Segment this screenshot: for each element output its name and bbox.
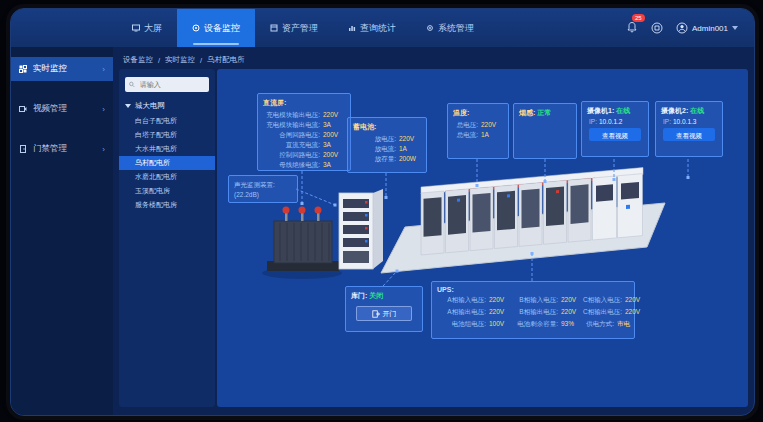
nav-item-label: 资产管理 — [282, 22, 318, 35]
tree-node[interactable]: 服务楼配电房 — [119, 198, 215, 212]
camera1-panel: 摄像机1: 在线 IP:10.0.1.2 查看视频 — [581, 101, 649, 157]
breadcrumb-part[interactable]: 乌村配电所 — [207, 55, 245, 65]
row-label: 电池剩余容量: — [511, 319, 558, 329]
camera2-panel: 摄像机2: 在线 IP:10.0.1.3 查看视频 — [655, 101, 723, 157]
row-value: 93% — [561, 319, 583, 329]
row-value: 200W — [399, 154, 421, 164]
tree-node[interactable]: 大水井配电所 — [119, 142, 215, 156]
breadcrumb-separator: / — [200, 56, 202, 65]
row-label: C相输出电压: — [583, 307, 622, 317]
battery-panel: 蓄电池: 放电压: 220V 放电流: 1A 放存量: 200W — [347, 117, 427, 173]
data-row: 充电模块输出电流: 3A — [263, 120, 345, 130]
gear-icon — [426, 24, 434, 32]
sidebar-item-access-manage[interactable]: 门禁管理 › — [11, 137, 113, 161]
view-video-button[interactable]: 查看视频 — [663, 128, 715, 141]
camera1-status: 在线 — [616, 107, 630, 114]
open-door-button[interactable]: 开门 — [356, 306, 412, 321]
row-value: 220V — [489, 295, 511, 305]
avatar-icon — [676, 22, 688, 34]
sidebar-item-video-manage[interactable]: 视频管理 › — [11, 97, 113, 121]
chevron-right-icon: › — [102, 145, 105, 154]
bell-icon — [626, 21, 638, 33]
smoke-status: 正常 — [537, 109, 551, 116]
search-input[interactable] — [138, 80, 205, 89]
tree-node[interactable]: 乌村配电所 — [119, 156, 215, 170]
row-label: 母线绝缘电流: — [263, 160, 320, 170]
breadcrumb-separator: / — [158, 56, 160, 65]
door-status: 关闭 — [369, 292, 383, 299]
tree-node[interactable]: 水磨北配电所 — [119, 170, 215, 184]
row-label: B相输入电压: — [511, 295, 558, 305]
sidebar-item-label: 实时监控 — [33, 63, 67, 75]
nav-item-system[interactable]: 系统管理 — [411, 9, 489, 47]
panel-title: 直流屏: — [263, 98, 345, 108]
fullscreen-icon[interactable] — [651, 22, 663, 34]
row-value: 220V — [323, 110, 345, 120]
main-content: 直流屏: 充电模块输出电压: 220V 充电模块输出电流: 3A 合闸回路电压: — [217, 69, 748, 407]
row-label: 直流充电流: — [263, 140, 320, 150]
breadcrumb-part[interactable]: 实时监控 — [165, 55, 195, 65]
tree-node[interactable]: 白台子配电所 — [119, 114, 215, 128]
row-label: 充电模块输出电压: — [263, 110, 320, 120]
sidebar-item-realtime-monitor[interactable]: 实时监控 › — [11, 57, 113, 81]
data-row: 充电模块输出电压: 220V — [263, 110, 345, 120]
dc-screen-panel: 直流屏: 充电模块输出电压: 220V 充电模块输出电流: 3A 合闸回路电压: — [257, 93, 351, 171]
data-row: 直流充电流: 3A — [263, 140, 345, 150]
data-row: 合闸回路电压: 200V — [263, 130, 345, 140]
smoke-label: 烟感: — [519, 109, 535, 116]
view-video-button[interactable]: 查看视频 — [589, 128, 641, 141]
user-menu[interactable]: Admin001 — [676, 22, 738, 34]
chevron-right-icon: › — [102, 65, 105, 74]
notifications-button[interactable]: 25 — [626, 19, 638, 37]
nav-item-dashboard[interactable]: 大屏 — [117, 9, 177, 47]
row-label: 合闸回路电压: — [263, 130, 320, 140]
panel-title: 蓄电池: — [353, 122, 421, 132]
room-3d-illustration — [247, 159, 727, 389]
data-row: B相输出电压: 220V — [511, 307, 583, 317]
video-icon — [19, 105, 27, 113]
breadcrumb-part[interactable]: 设备监控 — [123, 55, 153, 65]
tree-node[interactable]: 玉溪配电房 — [119, 184, 215, 198]
camera1-ip: IP:10.0.1.2 — [589, 118, 643, 125]
transformer — [262, 207, 342, 280]
panel-title: 烟感: 正常 — [519, 108, 571, 118]
caret-down-icon — [125, 104, 131, 108]
data-row: 母线绝缘电流: 3A — [263, 160, 345, 170]
chevron-right-icon: › — [102, 105, 105, 114]
data-row: 放电压: 220V — [353, 134, 421, 144]
battery-rows: 放电压: 220V 放电流: 1A 放存量: 200W — [353, 134, 421, 164]
nav-item-statistics[interactable]: 查询统计 — [333, 9, 411, 47]
smoke-sensor-panel: 烟感: 正常 — [513, 103, 577, 159]
nav-item-label: 查询统计 — [360, 22, 396, 35]
data-row: 放电流: 1A — [353, 144, 421, 154]
row-label: 电池组电压: — [437, 319, 486, 329]
notification-badge: 25 — [632, 14, 645, 22]
tree-search[interactable] — [125, 77, 209, 92]
panel-title: 温度: — [453, 108, 503, 118]
row-label: A相输出电压: — [437, 307, 486, 317]
row-label: 总电压: — [453, 120, 478, 130]
mains-panel: 温度: 总电压: 220V 总电流: 1A — [447, 103, 509, 159]
monitor-icon — [192, 24, 200, 32]
data-row: 控制回路电压: 200V — [263, 150, 345, 160]
row-value: 1A — [399, 144, 421, 154]
ups-panel: UPS: A相输入电压: 220V B相输入电压: 220V C相输入电压: — [431, 281, 635, 339]
ip-value: 10.0.1.2 — [599, 118, 623, 125]
tree-root-node[interactable]: 城大电网 — [119, 98, 215, 114]
camera2-label: 摄像机2: — [661, 107, 688, 114]
row-label: 放存量: — [353, 154, 396, 164]
row-value: 100V — [489, 319, 511, 329]
door-label: 库门: — [351, 292, 367, 299]
tree-node[interactable]: 白塔子配电所 — [119, 128, 215, 142]
row-value: 3A — [323, 120, 345, 130]
ip-label: IP: — [589, 118, 597, 125]
row-label: 放电压: — [353, 134, 396, 144]
open-door-icon — [372, 310, 380, 318]
door-panel: 库门: 关闭 开门 — [345, 286, 423, 332]
nav-item-device-monitor[interactable]: 设备监控 — [177, 9, 255, 47]
data-row: A相输入电压: 220V — [437, 295, 511, 305]
row-label: 放电流: — [353, 144, 396, 154]
box-icon — [270, 24, 278, 32]
nav-item-assets[interactable]: 资产管理 — [255, 9, 333, 47]
row-value: 220V — [399, 134, 421, 144]
